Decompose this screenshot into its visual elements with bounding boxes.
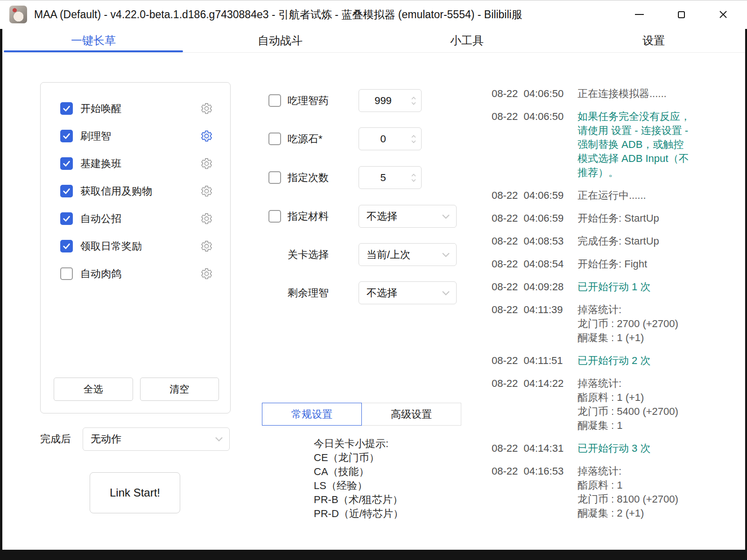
medicine-count-input[interactable]: 999 (359, 89, 422, 112)
stepper-up-icon[interactable] (411, 134, 416, 138)
chevron-down-icon (442, 214, 450, 219)
task-label: 刷理智 (80, 129, 199, 143)
task-row[interactable]: 开始唤醒 (41, 95, 230, 122)
check-icon (62, 214, 71, 223)
window-border-top (0, 0, 747, 0)
remaining-sanity-value: 不选择 (366, 286, 397, 300)
task-checkbox[interactable] (60, 212, 73, 225)
log-message: 正在运行中...... (578, 189, 646, 203)
tab-tools[interactable]: 小工具 (374, 29, 560, 52)
task-row[interactable]: 基建换班 (41, 150, 230, 177)
stone-checkbox[interactable] (268, 133, 281, 145)
task-checkbox[interactable] (60, 185, 73, 197)
window-border-left (0, 29, 2, 560)
gear-icon[interactable] (199, 129, 213, 143)
window-border-right (745, 29, 747, 560)
tip-line: PR-B（术/狙芯片） (314, 493, 403, 507)
number-stepper[interactable] (411, 134, 416, 143)
log-message: 掉落统计: 酯原料 : 1 (+1) 龙门币 : 5400 (+2700) 酮凝… (578, 377, 678, 433)
log-time: 08-22 04:14:22 (492, 377, 572, 433)
minimize-button[interactable] (618, 0, 660, 29)
fight-settings-tabs: 常规设置 高级设置 (262, 403, 461, 426)
app-icon (9, 6, 27, 23)
task-checkbox[interactable] (60, 240, 73, 252)
material-select[interactable]: 不选择 (359, 205, 457, 228)
task-panel-buttons: 全选 清空 (54, 378, 219, 401)
stage-row: 关卡选择 当前/上次 (268, 243, 457, 266)
tab-settings[interactable]: 设置 (560, 29, 747, 52)
log-message: 已开始行动 3 次 (578, 441, 650, 455)
task-label: 开始唤醒 (80, 102, 199, 116)
medicine-row: 吃理智药 999 (268, 89, 422, 112)
task-row[interactable]: 自动公招 (41, 205, 230, 232)
task-list: 开始唤醒 刷理智 基建换班 获取信用及购物 (41, 95, 230, 287)
stepper-down-icon[interactable] (411, 178, 416, 182)
medicine-count-value: 999 (374, 95, 392, 107)
log-message: 已开始行动 2 次 (578, 354, 650, 368)
chevron-down-icon (442, 252, 450, 257)
log-entry: 08-22 04:11:51 已开始行动 2 次 (492, 354, 729, 368)
gear-icon[interactable] (199, 267, 213, 281)
number-stepper[interactable] (411, 173, 416, 182)
log-time: 08-22 04:06:59 (492, 211, 572, 225)
stone-count-input[interactable]: 0 (359, 127, 422, 150)
tip-line: CE（龙门币） (314, 451, 403, 465)
task-row[interactable]: 获取信用及购物 (41, 177, 230, 205)
material-checkbox[interactable] (268, 210, 281, 223)
link-start-button[interactable]: Link Start! (90, 472, 180, 513)
after-finish-value: 无动作 (91, 432, 121, 446)
close-icon (719, 10, 728, 19)
stage-select[interactable]: 当前/上次 (359, 243, 457, 266)
gear-icon[interactable] (199, 184, 213, 198)
general-settings-tab[interactable]: 常规设置 (262, 403, 362, 426)
times-count-input[interactable]: 5 (359, 166, 422, 189)
task-checkbox[interactable] (60, 130, 73, 142)
gear-icon[interactable] (199, 239, 213, 253)
minimize-icon (635, 14, 644, 15)
remaining-sanity-select[interactable]: 不选择 (359, 281, 457, 304)
stone-label: 吃源石* (288, 132, 359, 146)
maximize-icon (678, 11, 685, 18)
medicine-label: 吃理智药 (288, 94, 359, 108)
clear-button[interactable]: 清空 (140, 378, 219, 401)
task-checkbox[interactable] (60, 157, 73, 170)
log-time: 08-22 04:09:28 (492, 280, 572, 294)
tab-farming[interactable]: 一键长草 (0, 29, 187, 52)
gear-icon[interactable] (199, 102, 213, 116)
number-stepper[interactable] (411, 96, 416, 105)
stepper-down-icon[interactable] (411, 140, 416, 143)
task-checkbox[interactable] (60, 102, 73, 115)
chevron-down-icon (215, 437, 223, 442)
gear-icon[interactable] (199, 157, 213, 171)
material-value: 不选择 (366, 210, 397, 224)
task-row[interactable]: 领取日常奖励 (41, 232, 230, 260)
window-controls (618, 0, 744, 29)
stage-value: 当前/上次 (366, 248, 410, 262)
task-row[interactable]: 自动肉鸽 (41, 260, 230, 287)
log-entry: 08-22 04:14:31 已开始行动 3 次 (492, 441, 729, 455)
times-checkbox[interactable] (268, 171, 281, 184)
close-button[interactable] (702, 0, 744, 29)
stepper-up-icon[interactable] (411, 173, 416, 177)
tip-line: LS（经验） (314, 479, 403, 493)
advanced-settings-tab[interactable]: 高级设置 (361, 403, 461, 426)
gear-icon[interactable] (199, 212, 213, 226)
task-checkbox[interactable] (60, 267, 73, 280)
select-all-button[interactable]: 全选 (54, 378, 133, 401)
material-row: 指定材料 不选择 (268, 205, 457, 228)
window-title: MAA (Default) - v4.22.0-beta.1.d186.g743… (34, 7, 522, 22)
task-row[interactable]: 刷理智 (41, 122, 230, 150)
material-label: 指定材料 (288, 210, 359, 224)
tab-copilot[interactable]: 自动战斗 (187, 29, 374, 52)
after-finish-label: 完成后 (40, 432, 71, 446)
log-time: 08-22 04:14:31 (492, 441, 572, 455)
times-count-value: 5 (380, 172, 386, 184)
maximize-button[interactable] (660, 0, 702, 29)
after-finish-select[interactable]: 无动作 (83, 427, 230, 451)
stepper-up-icon[interactable] (411, 96, 416, 100)
stepper-down-icon[interactable] (411, 101, 416, 105)
medicine-checkbox[interactable] (268, 94, 281, 107)
remaining-sanity-label: 剩余理智 (288, 286, 359, 300)
log-entry: 08-22 04:06:59 开始任务: StartUp (492, 211, 729, 225)
log-panel[interactable]: 08-22 04:06:50 正在连接模拟器...... 08-22 04:06… (492, 87, 729, 529)
